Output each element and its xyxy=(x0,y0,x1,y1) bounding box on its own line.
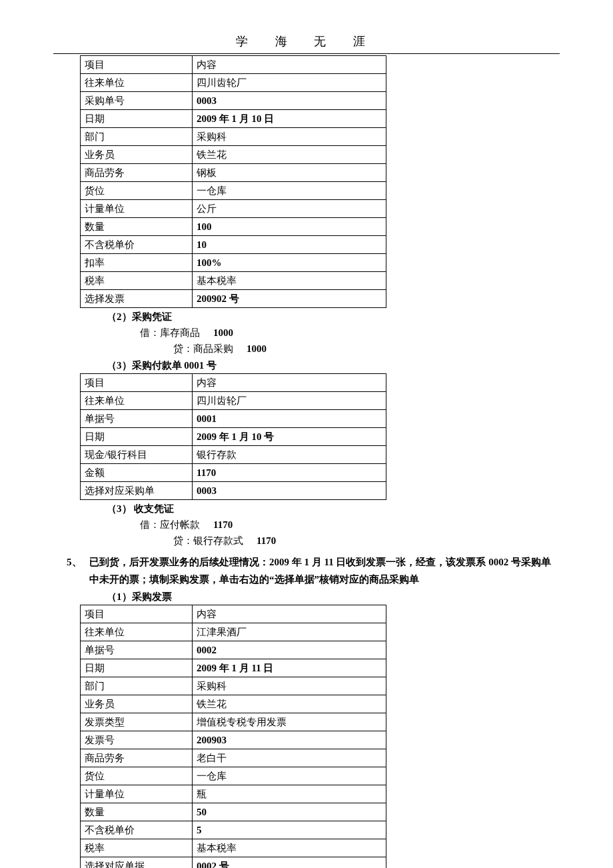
cell-value: 1170 xyxy=(193,464,386,482)
cell-key: 单据号 xyxy=(81,641,193,659)
page-header-title: 学 海 无 涯 xyxy=(53,33,560,49)
entry-credit-amount: 1000 xyxy=(247,343,267,354)
table-row: 计量单位公斤 xyxy=(81,200,386,218)
cell-value: 钢板 xyxy=(193,164,386,182)
cell-value: 0001 xyxy=(193,410,386,428)
cell-value: 0003 xyxy=(193,482,386,500)
cell-value: 铁兰花 xyxy=(193,695,386,713)
cell-value: 10 xyxy=(193,236,386,254)
cell-key: 部门 xyxy=(81,128,193,146)
cell-value: 0003 xyxy=(193,92,386,110)
cell-value: 2009 年 1 月 10 号 xyxy=(193,428,386,446)
table-row: 选择对应单据0002 号 xyxy=(81,857,386,869)
cell-key: 货位 xyxy=(81,767,193,785)
cell-value: 2009 年 1 月 10 日 xyxy=(193,110,386,128)
subheading-purchase-voucher: （2）采购凭证 xyxy=(107,311,560,323)
cell-value: 铁兰花 xyxy=(193,146,386,164)
cell-value: 5 xyxy=(193,821,386,839)
table-row: 税率基本税率 xyxy=(81,839,386,857)
table-row: 单据号0002 xyxy=(81,641,386,659)
table-row: 发票号200903 xyxy=(81,731,386,749)
entry-debit-amount-2: 1170 xyxy=(213,519,233,530)
cell-value: 基本税率 xyxy=(193,839,386,857)
cell-key: 部门 xyxy=(81,677,193,695)
cell-key: 选择对应采购单 xyxy=(81,482,193,500)
table-row: 往来单位江津果酒厂 xyxy=(81,623,386,641)
table-row: 业务员铁兰花 xyxy=(81,146,386,164)
subheading-income-expense-voucher: （3） 收支凭证 xyxy=(107,503,560,515)
table-row: 选择对应采购单0003 xyxy=(81,482,386,500)
cell-key: 发票号 xyxy=(81,731,193,749)
cell-value: 四川齿轮厂 xyxy=(193,392,386,410)
cell-key: 现金/银行科目 xyxy=(81,446,193,464)
table-row: 数量50 xyxy=(81,803,386,821)
cell-key: 项目 xyxy=(81,374,193,392)
table-row: 单据号0001 xyxy=(81,410,386,428)
table-row: 扣率100% xyxy=(81,254,386,272)
cell-value: 一仓库 xyxy=(193,767,386,785)
table-row: 日期2009 年 1 月 10 号 xyxy=(81,428,386,446)
table-row: 部门采购科 xyxy=(81,128,386,146)
cell-value: 内容 xyxy=(193,56,386,74)
cell-key: 扣率 xyxy=(81,254,193,272)
table-row: 业务员铁兰花 xyxy=(81,695,386,713)
entry-debit-label-2: 借：应付帐款 xyxy=(140,519,200,530)
cell-value: 四川齿轮厂 xyxy=(193,74,386,92)
cell-value: 2009 年 1 月 11 日 xyxy=(193,659,386,677)
cell-key: 不含税单价 xyxy=(81,236,193,254)
cell-key: 业务员 xyxy=(81,146,193,164)
cell-value: 基本税率 xyxy=(193,272,386,290)
table-row: 数量100 xyxy=(81,218,386,236)
table-row: 部门采购科 xyxy=(81,677,386,695)
cell-value: 一仓库 xyxy=(193,182,386,200)
subheading-purchase-invoice: （1）采购发票 xyxy=(107,591,560,603)
cell-key: 往来单位 xyxy=(81,74,193,92)
entry-debit-2: 借：应付帐款1170 xyxy=(140,517,560,533)
table-row: 发票类型增值税专税专用发票 xyxy=(81,713,386,731)
table-row: 税率基本税率 xyxy=(81,272,386,290)
table-row: 货位一仓库 xyxy=(81,182,386,200)
cell-value: 公斤 xyxy=(193,200,386,218)
cell-key: 选择发票 xyxy=(81,290,193,308)
cell-value: 200903 xyxy=(193,731,386,749)
cell-key: 计量单位 xyxy=(81,200,193,218)
cell-key: 金额 xyxy=(81,464,193,482)
table-payment-order: 项目内容往来单位四川齿轮厂单据号0001日期2009 年 1 月 10 号现金/… xyxy=(80,373,386,500)
table-row: 采购单号0003 xyxy=(81,92,386,110)
cell-key: 项目 xyxy=(81,605,193,623)
cell-key: 业务员 xyxy=(81,695,193,713)
subheading-payment-order: （3）采购付款单 0001 号 xyxy=(107,359,560,372)
cell-value: 江津果酒厂 xyxy=(193,623,386,641)
list-item-text: 已到货，后开发票业务的后续处理情况：2009 年 1 月 11 日收到发票一张，… xyxy=(89,554,560,588)
table-row: 日期2009 年 1 月 11 日 xyxy=(81,659,386,677)
cell-value: 采购科 xyxy=(193,128,386,146)
cell-value: 内容 xyxy=(193,374,386,392)
cell-key: 计量单位 xyxy=(81,785,193,803)
entry-debit-1: 借：库存商品1000 xyxy=(140,325,560,341)
table-row: 现金/银行科目银行存款 xyxy=(81,446,386,464)
table-row: 项目内容 xyxy=(81,56,386,74)
table-row: 货位一仓库 xyxy=(81,767,386,785)
entry-credit-label: 贷：商品采购 xyxy=(173,343,233,354)
list-item-5: 5、 已到货，后开发票业务的后续处理情况：2009 年 1 月 11 日收到发票… xyxy=(67,554,560,588)
table-row: 不含税单价5 xyxy=(81,821,386,839)
cell-key: 往来单位 xyxy=(81,392,193,410)
entry-debit-amount: 1000 xyxy=(213,327,233,338)
list-item-number: 5、 xyxy=(67,554,89,588)
table-row: 不含税单价10 xyxy=(81,236,386,254)
cell-key: 选择对应单据 xyxy=(81,857,193,869)
cell-key: 发票类型 xyxy=(81,713,193,731)
cell-value: 瓶 xyxy=(193,785,386,803)
cell-value: 200902 号 xyxy=(193,290,386,308)
table-row: 项目内容 xyxy=(81,605,386,623)
table-row: 往来单位四川齿轮厂 xyxy=(81,74,386,92)
table-row: 日期2009 年 1 月 10 日 xyxy=(81,110,386,128)
cell-value: 采购科 xyxy=(193,677,386,695)
cell-key: 数量 xyxy=(81,218,193,236)
cell-value: 银行存款 xyxy=(193,446,386,464)
cell-value: 0002 号 xyxy=(193,857,386,869)
cell-key: 数量 xyxy=(81,803,193,821)
cell-key: 往来单位 xyxy=(81,623,193,641)
entry-credit-amount-2: 1170 xyxy=(257,535,276,546)
cell-key: 税率 xyxy=(81,839,193,857)
